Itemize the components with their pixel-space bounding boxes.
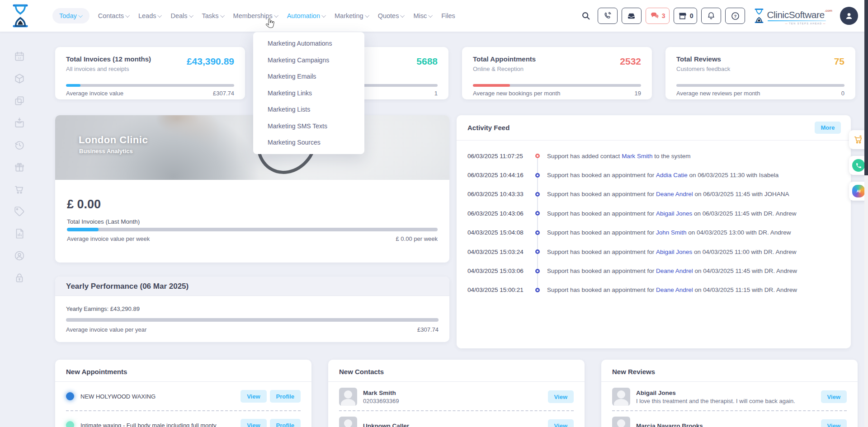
brand-tagline: TEN STEPS AHEAD — [784, 22, 827, 25]
menu-item-marketing-links[interactable]: Marketing Links — [253, 85, 364, 102]
user-avatar[interactable] — [840, 7, 858, 25]
left-icon-rail: 12 — [14, 51, 25, 284]
stat-subtitle: Online & Reception — [473, 66, 524, 72]
yearly-performance-header: Yearly Performance (06 Mar 2025) — [55, 277, 449, 296]
dashed-divider — [339, 410, 574, 411]
bell-icon — [707, 11, 716, 20]
phone-call-button[interactable] — [598, 8, 618, 24]
menu-item-marketing-emails[interactable]: Marketing Emails — [253, 68, 364, 85]
nav-item-deals[interactable]: Deals — [170, 12, 193, 19]
history-icon[interactable] — [14, 139, 25, 151]
nav-item-tasks[interactable]: Tasks — [202, 12, 225, 19]
avatar — [339, 388, 357, 406]
menu-item-marketing-automations[interactable]: Marketing Automations — [253, 35, 364, 52]
contact-link[interactable]: Abigail Jones — [656, 210, 692, 217]
nav-item-automation[interactable]: Automation — [287, 12, 326, 19]
help-button[interactable]: ? — [725, 8, 745, 24]
activity-feed-card: Activity Feed More 06/03/2025 11:07:25 S… — [457, 115, 851, 348]
brand-logo[interactable]: ClinicSoftware.com TEN STEPS AHEAD — [754, 8, 832, 23]
scrollbar-thumb[interactable] — [864, 0, 868, 175]
inbox-icon — [627, 11, 636, 21]
brand-tld: .com — [825, 9, 832, 13]
gift-icon[interactable] — [14, 161, 25, 173]
contact-link[interactable]: Deane Andrel — [656, 286, 693, 293]
chat-notifications-button[interactable]: 3 — [646, 8, 670, 24]
copy-icon[interactable] — [14, 95, 25, 107]
stat-footer-label: Average new reviews per month — [676, 90, 760, 97]
panel-title: New Appointments — [66, 368, 127, 375]
divider — [457, 140, 851, 141]
nav-item-today[interactable]: Today — [52, 8, 90, 23]
view-button[interactable]: View — [821, 390, 847, 403]
last-month-label: Total Invoices (Last Month) — [67, 218, 140, 225]
nav-item-marketing[interactable]: Marketing — [335, 12, 369, 19]
account-icon[interactable] — [14, 250, 25, 262]
stat-subtitle: Customers feedback — [676, 66, 730, 72]
stat-subtitle: All invoices and receipts — [66, 66, 129, 72]
avg-year-label: Average invoice value per year — [66, 326, 146, 333]
notifications-button[interactable] — [701, 8, 721, 24]
nav-item-contacts[interactable]: Contacts — [98, 12, 130, 19]
yearly-performance-card: Yearly Performance (06 Mar 2025) Yearly … — [55, 277, 449, 342]
yearly-earnings: Yearly Earnings: £43,290.89 — [66, 305, 140, 312]
timeline-dot-icon — [535, 211, 540, 216]
activity-item: 06/03/2025 10:44:16 Support has booked a… — [467, 165, 844, 184]
avatar — [339, 417, 357, 427]
cart-icon — [853, 134, 864, 145]
contact-link[interactable]: Deane Andrel — [656, 191, 693, 197]
appointment-row: NEW HOLYWOOD WAXING View Profile — [66, 386, 301, 407]
view-button[interactable]: View — [241, 419, 266, 427]
stat-title: Total Reviews — [676, 55, 721, 63]
panel-title: New Reviews — [612, 368, 655, 375]
profile-button[interactable]: Profile — [270, 390, 301, 403]
inbox-button[interactable] — [622, 8, 642, 24]
calendar-icon[interactable]: 12 — [14, 51, 25, 62]
menu-item-marketing-sources[interactable]: Marketing Sources — [253, 134, 364, 151]
app-logo-hourglass-icon[interactable] — [12, 3, 29, 30]
bag-download-icon[interactable] — [14, 117, 25, 129]
cart-icon[interactable] — [14, 183, 25, 195]
progress-bar — [66, 318, 439, 322]
store-button[interactable]: 0 — [674, 8, 698, 24]
chat-badge: 3 — [662, 12, 665, 19]
stat-card-total-reviews: Total Reviews Customers feedback 75 Aver… — [665, 47, 855, 99]
view-button[interactable]: View — [821, 419, 847, 427]
menu-item-marketing-sms-texts[interactable]: Marketing SMS Texts — [253, 118, 364, 135]
search-icon[interactable] — [581, 11, 591, 21]
view-button[interactable]: View — [241, 390, 266, 403]
tag-icon[interactable] — [14, 206, 25, 217]
nav-item-memberships[interactable]: Memberships — [233, 12, 278, 19]
nav-item-misc[interactable]: Misc — [413, 12, 433, 19]
contact-link[interactable]: Abigail Jones — [656, 249, 692, 255]
stat-footer-label: Average new bookings per month — [473, 90, 560, 97]
phone-call-icon — [603, 11, 612, 20]
divider — [55, 381, 311, 382]
stat-footer-value: £307.74 — [213, 90, 234, 97]
new-reviews-card: New Reviews Abigail Jones I love this tr… — [601, 360, 858, 427]
view-button[interactable]: View — [548, 390, 574, 403]
contact-link[interactable]: Addia Catie — [656, 172, 688, 178]
svg-text:?: ? — [734, 14, 737, 19]
contact-link[interactable]: Mark Smith — [622, 153, 652, 160]
contact-link[interactable]: John Smith — [656, 229, 687, 236]
view-button[interactable]: View — [548, 419, 574, 427]
report-icon[interactable] — [14, 228, 25, 239]
nav-item-files[interactable]: Files — [441, 12, 455, 19]
profile-button[interactable]: Profile — [270, 419, 301, 427]
package-icon[interactable] — [14, 73, 25, 84]
last-month-amount: £ 0.00 — [67, 197, 101, 211]
nav-item-quotes[interactable]: Quotes — [378, 12, 405, 19]
more-button[interactable]: More — [815, 122, 841, 134]
menu-item-marketing-lists[interactable]: Marketing Lists — [253, 101, 364, 118]
nav-item-leads[interactable]: Leads — [138, 12, 162, 19]
activity-item: 04/03/2025 15:03:06 Support has booked a… — [467, 261, 844, 280]
lock-icon[interactable] — [14, 272, 25, 284]
activity-item: 04/03/2025 15:03:24 Support has booked a… — [467, 242, 844, 261]
chevron-down-icon — [189, 13, 193, 18]
progress-bar — [67, 228, 438, 231]
contact-link[interactable]: Deane Andrel — [656, 267, 693, 274]
chevron-down-icon — [428, 13, 433, 18]
menu-item-marketing-campaigns[interactable]: Marketing Campaigns — [253, 52, 364, 69]
stat-footer-value: 0 — [841, 90, 844, 97]
timeline-dot-icon — [535, 269, 540, 273]
